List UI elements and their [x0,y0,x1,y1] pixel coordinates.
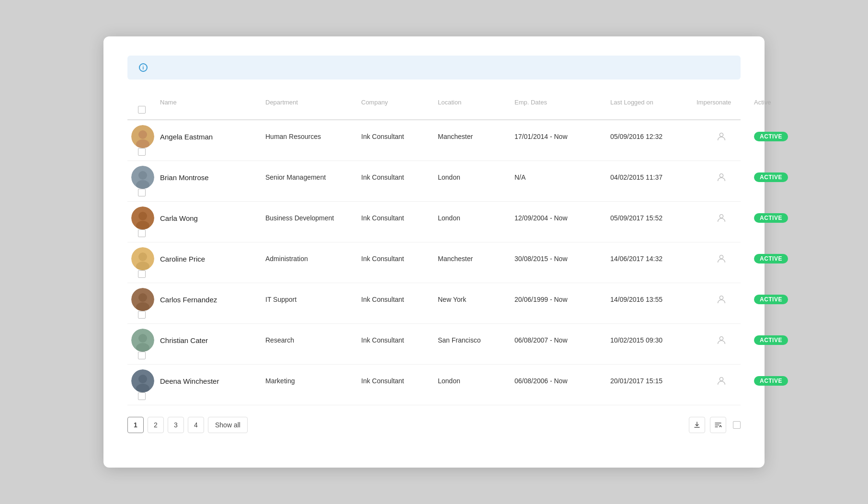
cell-dept-christian: Research [262,336,357,344]
col-name: Name [156,99,262,106]
row-checkbox-christian[interactable] [138,352,146,359]
col-last-logged: Last Logged on [606,99,693,106]
row-checkbox-carlos[interactable] [138,311,146,319]
cell-last-logged-brian: 04/02/2015 11:37 [606,173,693,181]
cell-impersonate-carlos[interactable] [693,294,750,305]
active-badge-carlos: ACTIVE [754,295,788,304]
cell-location-carla: London [434,214,511,222]
cell-last-logged-carlos: 14/09/2016 13:55 [606,296,693,303]
download-button[interactable] [689,417,705,433]
row-checkbox-brian[interactable] [138,189,146,196]
table-row: Brian Montrose Senior Management Ink Con… [127,161,741,202]
row-checkbox-deena[interactable] [138,392,146,400]
cell-name-caroline: Caroline Price [156,255,262,263]
cell-company-carla: Ink Consultant [357,214,434,222]
cell-dept-caroline: Administration [262,255,357,263]
avatar-angela [131,125,154,148]
col-emp-dates: Emp. Dates [511,99,606,106]
cell-dept-brian: Senior Management [262,173,357,181]
row-checkbox-carla[interactable] [138,229,146,237]
active-badge-angela: ACTIVE [754,132,788,141]
table-row: Caroline Price Administration Ink Consul… [127,242,741,283]
cell-avatar-brian [127,166,156,189]
cell-company-deena: Ink Consultant [357,377,434,385]
licensing-bar: i [127,56,741,80]
cell-location-brian: London [434,173,511,181]
cell-select-carlos[interactable] [127,311,156,319]
cell-name-carlos: Carlos Fernandez [156,296,262,304]
table-body: Angela Eastman Human Resources Ink Consu… [127,120,741,405]
table-row: Carla Wong Business Development Ink Cons… [127,202,741,242]
avatar-christian [131,329,154,352]
cell-location-deena: London [434,377,511,385]
svg-point-23 [720,337,723,340]
cell-last-logged-caroline: 14/06/2017 14:32 [606,255,693,263]
active-badge-deena: ACTIVE [754,376,788,386]
table-row: Carlos Fernandez IT Support Ink Consulta… [127,283,741,324]
row-checkbox-angela[interactable] [138,148,146,156]
cell-avatar-caroline [127,247,156,270]
cell-select-deena[interactable] [127,392,156,400]
cell-name-brian: Brian Montrose [156,173,262,182]
active-badge-christian: ACTIVE [754,335,788,345]
cell-last-logged-carla: 05/09/2017 15:52 [606,214,693,222]
cell-select-brian[interactable] [127,189,156,196]
table-row: Deena Winchester Marketing Ink Consultan… [127,365,741,405]
cell-select-caroline[interactable] [127,270,156,278]
cell-last-logged-deena: 20/01/2017 15:15 [606,377,693,385]
cell-name-angela: Angela Eastman [156,133,262,141]
svg-point-19 [720,296,723,299]
licensing-label: i [139,63,151,72]
show-all-button[interactable]: Show all [208,417,248,433]
cell-emp-dates-angela: 17/01/2014 - Now [511,133,606,140]
cell-company-christian: Ink Consultant [357,336,434,344]
cell-impersonate-deena[interactable] [693,376,750,386]
cell-active-christian: ACTIVE [750,335,779,345]
cell-select-carla[interactable] [127,229,156,237]
cell-dept-angela: Human Resources [262,133,357,140]
page-2-button[interactable]: 2 [148,417,164,433]
cell-impersonate-caroline[interactable] [693,253,750,264]
cell-impersonate-brian[interactable] [693,172,750,183]
col-location: Location [434,99,511,106]
cell-active-caroline: ACTIVE [750,254,779,263]
cell-emp-dates-brian: N/A [511,173,606,181]
cell-emp-dates-christian: 06/08/2007 - Now [511,336,606,344]
cell-name-deena: Deena Winchester [156,377,262,385]
cell-active-angela: ACTIVE [750,132,779,141]
select-all-checkbox[interactable] [138,106,146,114]
cell-avatar-christian [127,329,156,352]
bottom-checkbox[interactable] [733,421,741,429]
svg-point-3 [720,133,723,137]
table-header: Name Department Company Location Emp. Da… [127,95,741,120]
users-table: Name Department Company Location Emp. Da… [127,95,741,405]
cell-last-logged-angela: 05/09/2016 12:32 [606,133,693,140]
pagination-actions [689,417,741,433]
svg-point-11 [720,215,723,218]
cell-impersonate-christian[interactable] [693,335,750,345]
active-badge-carla: ACTIVE [754,213,788,223]
cell-dept-carla: Business Development [262,214,357,222]
cell-last-logged-christian: 10/02/2015 09:30 [606,336,693,344]
cell-select-angela[interactable] [127,148,156,156]
col-select-all[interactable] [127,106,156,114]
page-3-button[interactable]: 3 [168,417,184,433]
col-active: Active [750,99,779,106]
row-checkbox-caroline[interactable] [138,270,146,278]
svg-point-27 [720,378,723,381]
page-4-button[interactable]: 4 [188,417,204,433]
page-1-button[interactable]: 1 [127,417,144,433]
cell-dept-carlos: IT Support [262,296,357,303]
sort-button[interactable] [710,417,726,433]
cell-location-caroline: Manchester [434,255,511,263]
svg-point-21 [138,334,147,343]
cell-emp-dates-deena: 06/08/2006 - Now [511,377,606,385]
cell-impersonate-carla[interactable] [693,213,750,223]
table-row: Christian Cater Research Ink Consultant … [127,324,741,365]
cell-emp-dates-caroline: 30/08/2015 - Now [511,255,606,263]
cell-company-angela: Ink Consultant [357,133,434,140]
cell-emp-dates-carlos: 20/06/1999 - Now [511,296,606,303]
cell-select-christian[interactable] [127,352,156,359]
cell-impersonate-angela[interactable] [693,131,750,142]
avatar-brian [131,166,154,189]
